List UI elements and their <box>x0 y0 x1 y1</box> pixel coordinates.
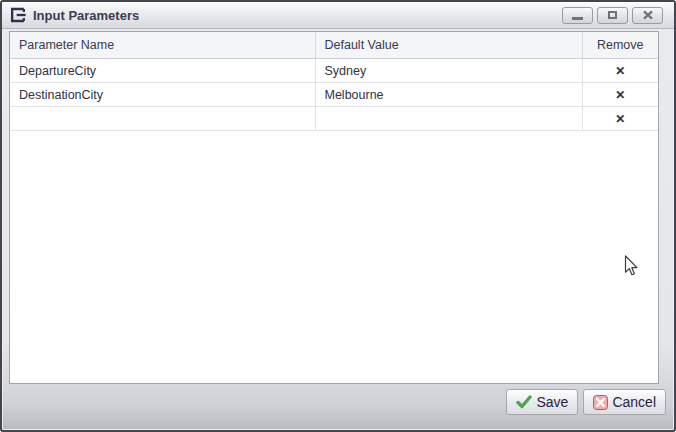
default-value-cell[interactable]: Melbourne <box>315 83 582 107</box>
parameters-table: Parameter Name Default Value Remove Depa… <box>10 32 658 131</box>
default-value-cell[interactable] <box>315 107 582 131</box>
parameter-name-cell[interactable]: DestinationCity <box>10 83 315 107</box>
remove-row-button[interactable]: ✕ <box>615 65 625 77</box>
table-row: DestinationCity Melbourne ✕ <box>10 83 658 107</box>
cancel-button[interactable]: Cancel <box>583 389 666 415</box>
maximize-button[interactable] <box>597 7 628 24</box>
column-header-parameter-name: Parameter Name <box>10 32 315 59</box>
table-header-row: Parameter Name Default Value Remove <box>10 32 658 59</box>
title-bar[interactable]: Input Parameters <box>2 2 674 29</box>
cancel-button-label: Cancel <box>612 394 656 410</box>
remove-row-button[interactable]: ✕ <box>615 89 625 101</box>
save-button-label: Save <box>536 394 568 410</box>
cancel-x-icon <box>593 395 608 410</box>
remove-row-button[interactable]: ✕ <box>615 113 625 125</box>
dialog-window: Input Parameters Parameter Name Default … <box>0 0 676 432</box>
save-button[interactable]: Save <box>506 389 578 415</box>
button-bar: Save Cancel <box>9 385 667 428</box>
table-row: ✕ <box>10 107 658 131</box>
minimize-button[interactable] <box>562 7 593 24</box>
parameter-name-cell[interactable]: DepartureCity <box>10 59 315 83</box>
column-header-remove: Remove <box>582 32 658 59</box>
maximize-icon <box>608 11 617 19</box>
close-button[interactable] <box>632 7 663 24</box>
check-icon <box>516 395 532 409</box>
close-icon <box>643 10 653 20</box>
content-panel: Parameter Name Default Value Remove Depa… <box>9 31 659 384</box>
app-logo-icon <box>9 6 27 24</box>
default-value-cell[interactable]: Sydney <box>315 59 582 83</box>
minimize-icon <box>572 17 583 20</box>
window-controls <box>562 7 663 24</box>
window-title: Input Parameters <box>33 8 139 23</box>
column-header-default-value: Default Value <box>315 32 582 59</box>
table-row: DepartureCity Sydney ✕ <box>10 59 658 83</box>
parameter-name-cell[interactable] <box>10 107 315 131</box>
